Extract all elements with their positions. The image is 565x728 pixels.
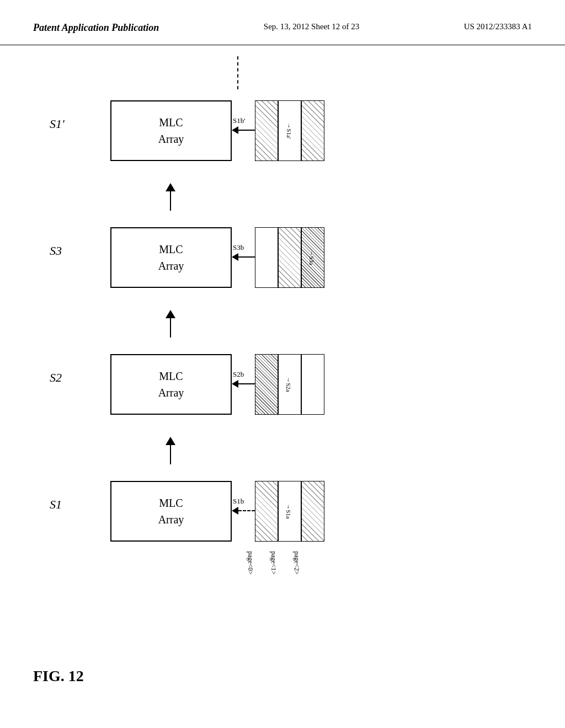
continuation-dashes bbox=[237, 56, 238, 89]
sub-arrow-label-s2: →S2a bbox=[285, 377, 292, 392]
page-col-s1-2 bbox=[301, 481, 324, 542]
page-col-s1prime-2 bbox=[301, 100, 324, 161]
mlc-box-s2: MLCArray bbox=[110, 354, 232, 415]
mlc-text-s1: MLCArray bbox=[158, 495, 184, 528]
sector-label-s1prime: S1' bbox=[50, 117, 65, 131]
page-label-s1-2: page<2> bbox=[292, 552, 301, 575]
sub-arrow-label-s3: →S3a bbox=[308, 250, 315, 265]
arrow-label-s3: S3b bbox=[233, 243, 244, 252]
header-date-sheet: Sep. 13, 2012 Sheet 12 of 23 bbox=[264, 22, 359, 31]
page-header: Patent Application Publication Sep. 13, … bbox=[0, 0, 565, 45]
up-arrow-1 bbox=[166, 310, 175, 338]
page-col-s1prime-0 bbox=[255, 100, 278, 161]
header-patent-number: US 2012/233383 A1 bbox=[464, 22, 532, 31]
page-label-s1-1: page<1> bbox=[269, 552, 278, 575]
page-col-s1-0 bbox=[255, 481, 278, 542]
arrow-label-s1: S1b bbox=[233, 497, 244, 506]
mlc-box-s3: MLCArray bbox=[110, 227, 232, 288]
sector-label-s3: S3 bbox=[50, 244, 62, 258]
mlc-text-s3: MLCArray bbox=[158, 241, 184, 274]
mlc-box-s1prime: MLCArray bbox=[110, 100, 232, 161]
sector-label-s1: S1 bbox=[50, 497, 62, 512]
mlc-box-s1: MLCArray bbox=[110, 481, 232, 542]
sub-arrow-label-s1prime: →S1a' bbox=[286, 122, 292, 138]
page-col-s2-2 bbox=[301, 354, 324, 415]
arrow-label-s1prime: S1b' bbox=[233, 116, 246, 125]
up-arrow-0 bbox=[166, 183, 175, 211]
sub-arrow-label-s1: →S1a bbox=[285, 504, 292, 519]
figure-label: FIG. 12 bbox=[33, 667, 84, 685]
page-label-s1-0: page<0> bbox=[246, 552, 254, 575]
main-content: S1'MLCArrayS1b'→S1a'S3MLCArrayS3b→S3aS2M… bbox=[0, 45, 565, 718]
arrow-s1 bbox=[232, 507, 255, 515]
arrow-s1prime bbox=[232, 126, 255, 134]
page-col-s3-1 bbox=[278, 227, 301, 288]
mlc-text-s2: MLCArray bbox=[158, 368, 184, 401]
arrow-s3 bbox=[232, 253, 255, 261]
up-arrow-2 bbox=[166, 437, 175, 464]
arrow-label-s2: S2b bbox=[233, 370, 244, 379]
mlc-text-s1prime: MLCArray bbox=[158, 114, 184, 147]
page-col-s2-0 bbox=[255, 354, 278, 415]
page-col-s3-0 bbox=[255, 227, 278, 288]
sector-label-s2: S2 bbox=[50, 371, 62, 385]
header-title: Patent Application Publication bbox=[33, 22, 159, 34]
arrow-s2 bbox=[232, 380, 255, 388]
